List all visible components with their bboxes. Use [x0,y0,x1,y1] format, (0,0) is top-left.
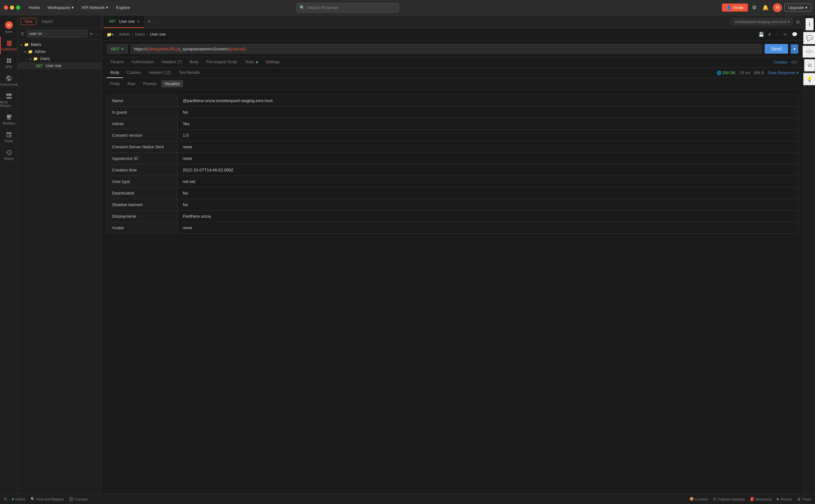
cookies-link[interactable]: Cookies [773,60,787,65]
table-value: @panthera-uncia:snowleopard-staging.ems.… [178,95,798,107]
sidebar-item-history[interactable]: History [0,146,18,164]
send-button[interactable]: Send [765,44,788,54]
close-button[interactable] [4,5,8,10]
pretty-tab[interactable]: Pretty [107,80,123,87]
table-row: Consent version1.0 [107,130,798,141]
edit-icon[interactable]: ✏ [783,31,788,38]
invite-icon: 👤 [726,5,732,10]
tree-request-user-one[interactable]: GET User one [18,62,101,69]
tab-close-icon[interactable]: ✕ [136,19,140,24]
tab-more-button[interactable]: ··· [155,19,159,24]
headers-tab[interactable]: Headers (12) [145,68,175,78]
table-value: none [178,222,798,234]
headers-tab[interactable]: Headers (7) [158,57,186,67]
sidebar-item-flows[interactable]: Flows [0,128,18,146]
table-key: Appservice ID [107,153,178,164]
settings-tab[interactable]: Settings [262,57,283,67]
cookies-tab[interactable]: Cookies [123,68,145,78]
host-selector[interactable]: snowleopard-staging.ems.host ▾ [731,18,793,25]
folder-dropdown-icon[interactable]: 📁▾ [107,32,114,37]
upgrade-button[interactable]: Upgrade ▾ [784,4,811,12]
sidebar-item-collections[interactable]: Collections [0,37,18,54]
more-options-button[interactable]: ··· [774,31,780,38]
maximize-button[interactable] [16,5,20,10]
minimize-button[interactable] [10,5,14,10]
settings-button[interactable]: ⚙ [750,3,758,12]
sidebar-code-icon[interactable]: </> [802,46,815,58]
raw-tab[interactable]: Raw [124,80,138,87]
tree-folder-users[interactable]: ▾ 📁 Users [18,55,101,62]
code-view-icon[interactable]: </> [790,59,798,66]
workspaces-link[interactable]: Workspaces ▾ [44,4,77,12]
api-network-link[interactable]: API Network ▾ [78,4,111,12]
notifications-button[interactable]: 🔔 [761,3,770,12]
table-value: none [178,141,798,153]
save-button[interactable]: 💾 [758,31,765,38]
sidebar-item-monitors[interactable]: Monitors [0,111,18,128]
tests-tab[interactable]: Tests [241,57,262,67]
comment-icon[interactable]: 💬 [791,31,798,38]
cookies-status[interactable]: 🍪 Cookies [689,497,708,501]
active-tab[interactable]: GET User one ✕ [104,16,144,28]
send-chevron-button[interactable]: ▾ [791,44,798,54]
history-icon [6,149,12,156]
status-layout-icon[interactable]: ⊞ [4,497,7,501]
mock-servers-icon [6,93,12,99]
runner-status[interactable]: ▶ Runner [777,497,792,501]
breadcrumb-admin[interactable]: Admin [119,32,130,37]
params-tab[interactable]: Params [107,57,127,67]
save-response-button[interactable]: Save Response ▾ [768,71,798,75]
test-results-tab[interactable]: Test Results [175,68,204,78]
avatar[interactable]: M [773,3,782,12]
tree-collection-matrix[interactable]: ▾ 📁 Matrix [18,41,101,48]
body-tab[interactable]: Body [107,68,123,78]
pre-request-tab[interactable]: Pre-request Script [202,57,241,67]
environment-layout-icon[interactable]: ⊞ [795,18,801,25]
trash-status[interactable]: 🗑 Trash [797,497,811,501]
visualize-tab[interactable]: Visualize [161,80,183,87]
authorization-tab[interactable]: Authorization [127,57,158,67]
capture-status[interactable]: ⦿ Capture requests [713,497,745,501]
breadcrumb-users[interactable]: Users [135,32,145,37]
find-replace-item[interactable]: 🔍 Find and Replace [31,497,64,501]
search-bar[interactable]: 🔍 Search Postman [296,3,399,13]
user-profile[interactable]: M Matrix [0,18,18,37]
sidebar-comment-icon[interactable]: 💬 [803,32,815,44]
save-chevron[interactable]: ▾ [767,31,772,38]
breadcrumb-icons: 💾 ▾ ··· ✏ 💬 [758,31,798,38]
more-icon[interactable]: ··· [95,31,99,36]
sidebar-item-mock-servers[interactable]: Mock Servers [0,90,18,111]
response-table: Name@panthera-uncia:snowleopard-staging.… [107,95,798,234]
table-key: Avatar [107,222,178,234]
body-tab[interactable]: Body [186,57,202,67]
sidebar-lightbulb-icon[interactable]: 💡 [803,73,815,85]
url-input[interactable]: https://{{delegatedURL}}/_synapse/admin/… [130,44,762,54]
right-sidebar: ℹ 💬 </> ⚙ 💡 [803,15,815,494]
sidebar-item-apis[interactable]: APIs [0,54,18,72]
new-import-row: New Import [18,15,101,28]
new-button[interactable]: New [21,18,37,25]
import-button[interactable]: Import [39,18,55,25]
search-input[interactable] [26,30,88,38]
sidebar-settings-icon[interactable]: ⚙ [804,59,815,72]
explore-link[interactable]: Explore [113,4,133,12]
table-row: Shadow bannedNo [107,199,798,211]
console-item[interactable]: ⬛ Console [69,497,88,501]
add-tab-button[interactable]: + [145,18,153,25]
tree-folder-admin[interactable]: ▾ 📁 Admin [18,48,101,55]
invite-button[interactable]: 👤 Invite [722,4,748,12]
close-icon[interactable]: ✕ [90,31,93,36]
method-selector[interactable]: GET ▾ [107,44,128,54]
table-row: Appservice IDnone [107,153,798,164]
globe-icon: 🌐 [717,71,722,75]
bootcamp-status[interactable]: 🎒 Bootcamp [750,497,772,501]
preview-tab[interactable]: Preview [140,80,160,87]
chevron-down-icon: ▾ [788,20,790,24]
trash-icon: 🗑 [797,497,801,501]
svg-rect-0 [7,41,12,41]
home-link[interactable]: Home [25,4,43,12]
response-size: 984 B [754,71,764,75]
sidebar-item-environments[interactable]: Environments [0,72,18,90]
sidebar-info-icon[interactable]: ℹ [805,18,814,30]
table-key: Creation time [107,164,178,176]
